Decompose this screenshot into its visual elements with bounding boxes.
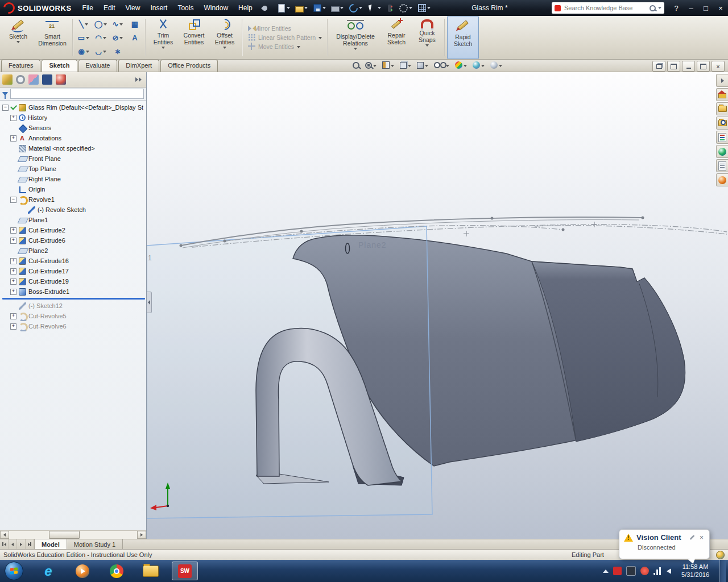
display-manager-tab[interactable] (56, 74, 66, 85)
tree-item-cut-extrude2[interactable]: + Cut-Extrude2 (0, 225, 146, 235)
apply-scene-button[interactable] (471, 61, 486, 69)
scroll-left-button[interactable] (0, 531, 9, 539)
property-manager-tab[interactable] (16, 75, 25, 84)
search-input[interactable] (563, 4, 647, 12)
design-library-tab[interactable] (716, 102, 728, 115)
convert-entities-button[interactable]: Convert Entities (179, 16, 209, 59)
alert-tray-icon[interactable] (640, 567, 649, 575)
text-tool-button[interactable]: A (126, 31, 143, 44)
dropdown-arrow-icon[interactable] (499, 65, 502, 67)
expander-icon[interactable]: + (10, 238, 16, 244)
print-button[interactable] (329, 3, 345, 13)
task-pane-collapse-button[interactable] (716, 74, 728, 87)
scrollbar-thumb[interactable] (49, 531, 80, 539)
dropdown-arrow-icon[interactable] (103, 51, 106, 53)
menu-window[interactable]: Window (198, 2, 233, 14)
graphics-viewport[interactable]: Plane2 1 (147, 72, 728, 539)
tree-item-cut-extrude17[interactable]: + Cut-Extrude17 (0, 266, 146, 276)
taskbar-chrome[interactable] (104, 562, 130, 580)
tab-features[interactable]: Features (1, 60, 40, 72)
taskbar-internet-explorer[interactable]: e (35, 562, 61, 580)
tree-item-top-plane[interactable]: Top Plane (0, 164, 146, 174)
taskbar-clock[interactable]: 11:58 AM 5/31/2016 (676, 563, 715, 579)
menu-help[interactable]: Help (233, 2, 258, 14)
tree-filter-input[interactable] (10, 89, 144, 99)
tree-item-revolve1[interactable]: − Revolve1 (0, 194, 146, 205)
doc-close-button[interactable]: × (712, 61, 725, 72)
search-dropdown-icon[interactable] (658, 7, 661, 9)
appearances-scenes-tab[interactable] (716, 145, 728, 158)
open-button[interactable] (293, 3, 309, 14)
linear-sketch-pattern-button[interactable]: Linear Sketch Pattern (248, 34, 322, 41)
section-view-button[interactable] (381, 61, 395, 69)
expander-icon[interactable]: + (10, 227, 16, 234)
line-tool-button[interactable]: ╲ (75, 18, 92, 30)
tree-item-history[interactable]: + History (0, 113, 146, 123)
notification-close-button[interactable]: × (698, 534, 705, 541)
configuration-manager-tab[interactable] (28, 74, 39, 85)
expander-icon[interactable]: + (10, 135, 16, 142)
file-explorer-tab[interactable] (716, 117, 728, 130)
expander-icon[interactable]: + (10, 313, 16, 319)
tree-item-revole-sketch[interactable]: (-) Revole Sketch (0, 205, 146, 215)
show-desktop-button[interactable] (719, 560, 726, 582)
move-entities-button[interactable]: Move Entities (248, 43, 322, 50)
view-palette-tab[interactable] (716, 131, 728, 144)
tree-item-right-plane[interactable]: Right Plane (0, 174, 146, 184)
view-settings-button[interactable] (489, 61, 503, 69)
mirror-entities-button[interactable]: Mirror Entities (248, 25, 322, 32)
next-tab-button[interactable] (17, 539, 26, 549)
arc-tool-button[interactable]: ◠ (92, 31, 109, 44)
tree-item-plane2[interactable]: Plane2 (0, 246, 146, 256)
dropdown-arrow-icon[interactable] (391, 65, 394, 67)
repair-sketch-button[interactable]: Repair Sketch (381, 16, 412, 59)
web-status-globe-icon[interactable] (716, 551, 725, 559)
dropdown-arrow-icon[interactable] (119, 23, 123, 26)
display-tray-icon[interactable] (626, 566, 636, 576)
expander-icon[interactable]: + (10, 323, 16, 330)
expander-icon[interactable]: + (10, 268, 16, 275)
dropdown-arrow-icon[interactable] (297, 46, 300, 48)
dropdown-arrow-icon[interactable] (162, 47, 165, 49)
dropdown-arrow-icon[interactable] (223, 47, 226, 49)
expander-icon[interactable]: + (10, 258, 16, 264)
quick-snaps-button[interactable]: Quick Snaps (412, 16, 442, 59)
network-tray-icon[interactable] (653, 567, 662, 575)
dropdown-arrow-icon[interactable] (373, 65, 377, 67)
dropdown-arrow-icon[interactable] (16, 41, 20, 43)
sketch-tool-button[interactable]: Sketch (2, 16, 34, 59)
tree-item-front-plane[interactable]: Front Plane (0, 153, 146, 164)
dropdown-arrow-icon[interactable] (464, 65, 467, 67)
options-button[interactable] (397, 2, 414, 14)
forum-tab[interactable] (716, 173, 728, 186)
rebuild-button[interactable] (384, 3, 395, 13)
close-button[interactable]: × (713, 2, 728, 14)
tree-item-cut-revolve6[interactable]: + Cut-Revolve6 (0, 321, 146, 331)
doc-minimize-button[interactable] (682, 61, 695, 72)
undo-button[interactable] (347, 2, 364, 14)
dropdown-arrow-icon[interactable] (103, 37, 106, 39)
motion-study-tab[interactable]: Motion Study 1 (67, 539, 123, 549)
rapid-sketch-button[interactable]: Rapid Sketch (447, 16, 479, 59)
tree-item-cut-extrude6[interactable]: + Cut-Extrude6 (0, 235, 146, 246)
pushpin-icon[interactable] (261, 5, 268, 12)
menu-file[interactable]: File (77, 2, 98, 14)
tree-item-boss-extrude1[interactable]: + Boss-Extrude1 (0, 286, 146, 297)
hide-show-items-button[interactable] (433, 61, 450, 69)
scrollbar-track[interactable] (9, 531, 137, 539)
expander-icon[interactable]: − (10, 197, 16, 203)
display-delete-relations-button[interactable]: Display/Delete Relations (330, 16, 381, 59)
menu-insert[interactable]: Insert (145, 2, 172, 14)
tree-item-annotations[interactable]: + Annotations (0, 133, 146, 143)
smart-dimension-button[interactable]: Smart Dimension (34, 16, 71, 59)
point-tool-button[interactable]: ∗ (109, 45, 126, 57)
dropdown-arrow-icon[interactable] (104, 23, 107, 26)
dropdown-arrow-icon[interactable] (119, 37, 123, 39)
knowledge-base-search[interactable] (552, 2, 664, 14)
tree-item-sketch12[interactable]: (-) Sketch12 (0, 301, 146, 311)
minimize-button[interactable]: – (684, 2, 698, 14)
tree-item-cut-extrude19[interactable]: + Cut-Extrude19 (0, 276, 146, 286)
plane2-label[interactable]: Plane2 (358, 240, 387, 250)
doc-restore-button[interactable] (697, 61, 710, 72)
spline-tool-button[interactable]: ∿ (109, 18, 126, 30)
